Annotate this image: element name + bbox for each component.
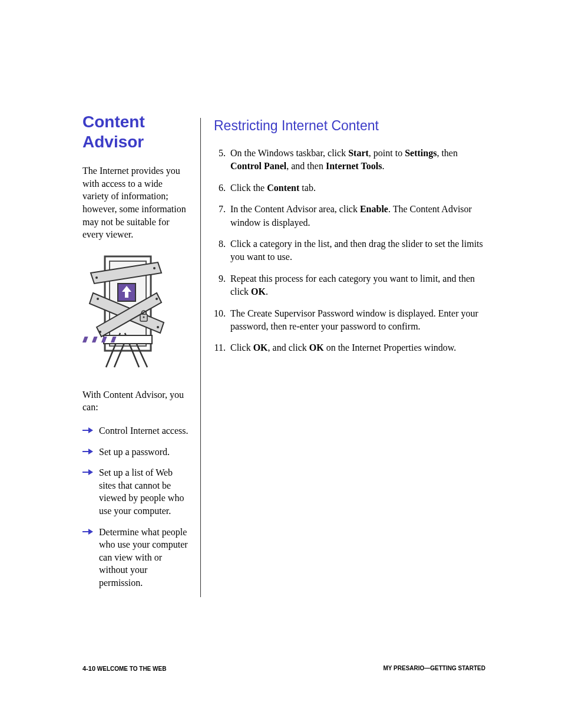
svg-point-7	[97, 298, 99, 300]
svg-point-6	[153, 267, 156, 269]
page-footer: 4-10 WELCOME TO THE WEB MY PRESARIO—GETT…	[82, 665, 485, 672]
page-content: Content Advisor The Internet provides yo…	[0, 0, 562, 597]
step-text: Click OK, and click OK on the Internet P…	[230, 342, 456, 353]
svg-point-9	[99, 331, 101, 333]
step-number: 10.	[208, 307, 226, 320]
step-number: 6.	[208, 182, 226, 195]
step-item: 6. Click the Content tab.	[214, 182, 485, 195]
boarded-door-illustration	[82, 252, 190, 372]
list-item: Control Internet access.	[82, 424, 190, 437]
sidebar-title: Content Advisor	[82, 112, 190, 151]
svg-point-8	[157, 326, 159, 328]
main-column: Restricting Internet Content 5. On the W…	[201, 112, 485, 597]
step-item: 7. In the Content Advisor area, click En…	[214, 203, 485, 229]
step-item: 10. The Create Supervisor Password windo…	[214, 307, 485, 334]
list-item: Determine what people who use your compu…	[82, 526, 190, 589]
step-number: 9.	[208, 272, 226, 285]
section-title-left: WELCOME TO THE WEB	[95, 666, 166, 672]
sidebar-lead: With Content Advisor, you can:	[82, 388, 190, 414]
arrow-icon	[82, 447, 93, 456]
step-item: 9. Repeat this process for each category…	[214, 272, 485, 299]
step-number: 7.	[208, 203, 226, 216]
footer-right: MY PRESARIO—GETTING STARTED	[383, 665, 485, 672]
bullet-text: Control Internet access.	[99, 426, 189, 436]
step-text: Click a category in the list, and then d…	[230, 239, 483, 262]
step-text: In the Content Advisor area, click Enabl…	[230, 204, 472, 227]
arrow-icon	[82, 426, 93, 434]
step-text: Repeat this process for each category yo…	[230, 274, 475, 297]
sidebar-intro: The Internet provides you with access to…	[82, 164, 190, 241]
bullet-text: Set up a password.	[99, 447, 170, 457]
bullet-text: Set up a list of Web sites that cannot b…	[99, 467, 184, 516]
svg-point-5	[95, 276, 98, 279]
step-item: 5. On the Windows taskbar, click Start, …	[214, 147, 485, 173]
step-number: 8.	[208, 238, 226, 251]
svg-rect-21	[92, 337, 98, 342]
arrow-icon	[82, 528, 93, 536]
step-number: 5.	[208, 147, 226, 160]
step-item: 8. Click a category in the list, and the…	[214, 238, 485, 264]
page-number: 4-10	[82, 665, 95, 672]
sidebar-bullet-list: Control Internet access. Set up a passwo…	[82, 424, 190, 589]
list-item: Set up a list of Web sites that cannot b…	[82, 466, 190, 517]
list-item: Set up a password.	[82, 446, 190, 459]
main-heading: Restricting Internet Content	[214, 118, 485, 134]
step-text: On the Windows taskbar, click Start, poi…	[230, 148, 458, 171]
step-number: 11.	[208, 341, 226, 354]
footer-left: 4-10 WELCOME TO THE WEB	[82, 665, 166, 672]
arrow-icon	[82, 468, 93, 476]
sidebar-column: Content Advisor The Internet provides yo…	[82, 112, 200, 597]
svg-point-10	[156, 298, 158, 300]
svg-point-13	[143, 316, 145, 318]
bullet-text: Determine what people who use your compu…	[99, 527, 188, 588]
svg-rect-20	[82, 337, 88, 342]
step-text: Click the Content tab.	[230, 183, 316, 193]
steps-list: 5. On the Windows taskbar, click Start, …	[214, 147, 485, 355]
step-text: The Create Supervisor Password window is…	[230, 308, 478, 331]
step-item: 11. Click OK, and click OK on the Intern…	[214, 341, 485, 354]
